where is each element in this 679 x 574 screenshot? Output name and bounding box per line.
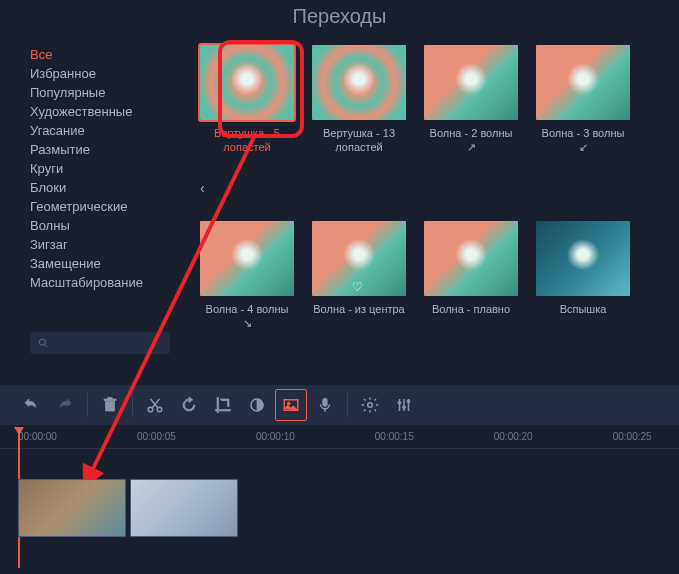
category-item[interactable]: Все — [30, 45, 190, 64]
transition-thumb[interactable]: Вспышка — [536, 221, 630, 381]
transition-thumb[interactable]: Волна - 3 волны ↙ — [536, 45, 630, 205]
transition-preview — [536, 221, 630, 296]
svg-point-11 — [407, 400, 410, 403]
transition-thumb[interactable]: Волна - 2 волны ↗ — [424, 45, 518, 205]
category-item[interactable]: Волны — [30, 216, 190, 235]
timeline-clip[interactable] — [18, 479, 126, 537]
category-item[interactable]: Избранное — [30, 64, 190, 83]
category-item[interactable]: Круги — [30, 159, 190, 178]
transition-preview — [312, 45, 406, 120]
transition-preview — [424, 45, 518, 120]
transition-preview: ♡ — [312, 221, 406, 296]
toolbar — [0, 385, 679, 425]
cut-button[interactable] — [139, 389, 171, 421]
category-item[interactable]: Зигзаг — [30, 235, 190, 254]
transition-preview — [200, 221, 294, 296]
transition-label: Волна - из центра — [313, 302, 405, 316]
transition-preview — [200, 45, 294, 120]
category-item[interactable]: Масштабирование — [30, 273, 190, 292]
divider — [347, 393, 348, 417]
svg-point-6 — [287, 402, 290, 405]
svg-line-1 — [45, 344, 48, 347]
timeline-ruler[interactable]: 00:00:0000:00:0500:00:1000:00:1500:00:20… — [0, 425, 679, 449]
ruler-tick: 00:00:15 — [375, 431, 414, 442]
ruler-tick: 00:00:25 — [613, 431, 652, 442]
transitions-grid: Вертушка - 5 лопастейВертушка - 13 лопас… — [200, 15, 630, 380]
delete-button[interactable] — [94, 389, 126, 421]
category-item[interactable]: Блоки — [30, 178, 190, 197]
transition-thumb[interactable]: Волна - 4 волны ↘ — [200, 221, 294, 381]
category-item[interactable]: Угасание — [30, 121, 190, 140]
equalizer-button[interactable] — [388, 389, 420, 421]
ruler-tick: 00:00:10 — [256, 431, 295, 442]
category-sidebar: ВсеИзбранноеПопулярныеХудожественныеУгас… — [30, 15, 190, 380]
category-item[interactable]: Популярные — [30, 83, 190, 102]
crop-button[interactable] — [207, 389, 239, 421]
transition-thumb[interactable]: Вертушка - 5 лопастей — [200, 45, 294, 205]
favorite-icon[interactable]: ♡ — [352, 280, 363, 294]
svg-point-0 — [39, 339, 45, 345]
ruler-tick: 00:00:20 — [494, 431, 533, 442]
category-item[interactable]: Геометрические — [30, 197, 190, 216]
svg-point-8 — [368, 403, 373, 408]
timeline-clip[interactable] — [130, 479, 238, 537]
ruler-tick: 00:00:05 — [137, 431, 176, 442]
transition-label: Волна - 3 волны ↙ — [536, 126, 630, 155]
timeline-track[interactable] — [0, 449, 679, 569]
settings-button[interactable] — [354, 389, 386, 421]
transition-thumb[interactable]: Волна - плавно — [424, 221, 518, 381]
category-item[interactable]: Художественные — [30, 102, 190, 121]
mic-button[interactable] — [309, 389, 341, 421]
undo-button[interactable] — [15, 389, 47, 421]
search-icon — [38, 337, 48, 349]
search-input[interactable] — [54, 336, 162, 350]
transition-preview — [424, 221, 518, 296]
panel-title: Переходы — [293, 5, 387, 28]
redo-button[interactable] — [49, 389, 81, 421]
transition-label: Волна - плавно — [432, 302, 510, 316]
transition-label: Волна - 2 волны ↗ — [424, 126, 518, 155]
svg-point-9 — [398, 401, 401, 404]
color-button[interactable] — [241, 389, 273, 421]
transition-label: Вертушка - 5 лопастей — [200, 126, 294, 155]
svg-rect-7 — [323, 398, 328, 406]
transition-thumb[interactable]: ♡Волна - из центра — [312, 221, 406, 381]
transition-label: Волна - 4 волны ↘ — [200, 302, 294, 331]
divider — [132, 393, 133, 417]
transition-label: Вертушка - 13 лопастей — [312, 126, 406, 155]
search-input-container[interactable] — [30, 332, 170, 354]
category-item[interactable]: Замещение — [30, 254, 190, 273]
svg-point-10 — [403, 406, 406, 409]
category-item[interactable]: Размытие — [30, 140, 190, 159]
rotate-button[interactable] — [173, 389, 205, 421]
divider — [87, 393, 88, 417]
transitions-button[interactable] — [275, 389, 307, 421]
transition-thumb[interactable]: Вертушка - 13 лопастей — [312, 45, 406, 205]
transition-label: Вспышка — [560, 302, 607, 316]
transition-preview — [536, 45, 630, 120]
collapse-sidebar-button[interactable]: ‹ — [200, 180, 205, 196]
